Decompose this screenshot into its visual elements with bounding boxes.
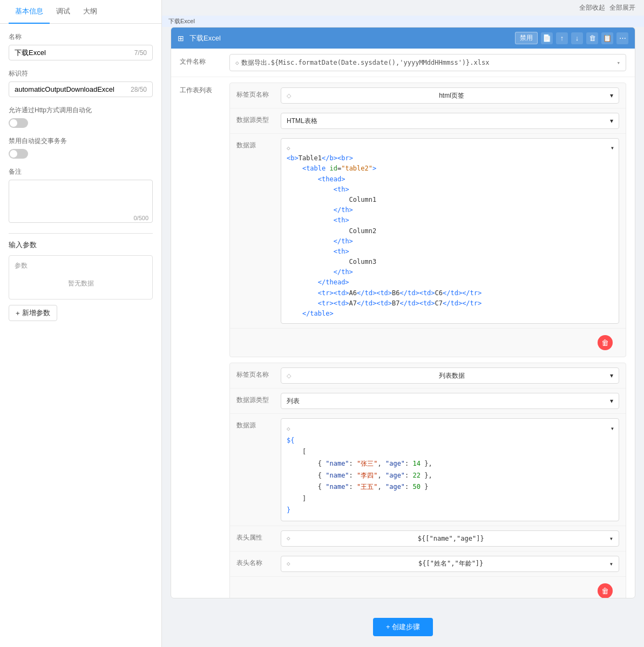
sheet1-src-expr-icon: ◇ (287, 145, 290, 152)
sheet1-datatype-text: HTML表格 (287, 117, 317, 126)
sheet2-headerattr-row: 表头属性 ◇ ${["name","age"]} ▾ (230, 526, 626, 551)
sheet1-datatype-row: 数据源类型 HTML表格 ▾ (230, 108, 626, 134)
more-icon-btn[interactable]: ⋯ (616, 32, 628, 44)
sheet1-tab-expr-icon: ◇ (287, 92, 291, 99)
sheet2-headername-label: 表头名称 (236, 556, 274, 568)
filename-label: 文件名称 (180, 54, 223, 66)
name-input[interactable] (15, 49, 134, 57)
id-input-wrapper: 28/50 (9, 81, 153, 97)
sheet2-attr-chevron: ▾ (609, 535, 613, 542)
expand-all-btn[interactable]: 全部展开 (609, 3, 635, 12)
sheet1-tabname-chevron: ▾ (610, 92, 613, 99)
right-panel: 全部收起 全部展开 下载Excel ⊞ 下载Excel 禁用 📄 ↑ ↓ 🗑 📋… (162, 0, 644, 647)
step-title: 下载Excel (189, 33, 511, 43)
name-group: 名称 7/50 (9, 32, 153, 60)
auto-submit-group: 禁用自动提交事务务 (9, 137, 153, 159)
left-content: 名称 7/50 标识符 28/50 允许通过Http方式调用自动化 禁用自动提交… (0, 24, 161, 647)
breadcrumb: 下载Excel (162, 16, 644, 27)
sheet2-headerattr-label: 表头属性 (236, 530, 274, 542)
params-area: 参数 暂无数据 (9, 255, 153, 299)
name-label: 名称 (9, 32, 153, 42)
sheet2-name-expr-icon: ◇ (287, 560, 290, 567)
sheet1-delete-button[interactable]: 🗑 (598, 335, 613, 350)
id-group: 标识符 28/50 (9, 69, 153, 97)
left-panel: 基本信息 调试 大纲 名称 7/50 标识符 28/50 允许通过Http方式调… (0, 0, 162, 647)
params-inner-label: 参数 (15, 261, 147, 270)
sheet2-tabname-text: 列表数据 (439, 371, 465, 380)
left-tabs: 基本信息 调试 大纲 (0, 0, 161, 24)
collapse-all-btn[interactable]: 全部收起 (579, 3, 605, 12)
copy-icon-btn[interactable]: 🗑 (586, 32, 598, 44)
file-icon-btn[interactable]: 📄 (541, 32, 553, 44)
http-group: 允许通过Http方式调用自动化 (9, 106, 153, 128)
note-group: 备注 0/500 (9, 167, 153, 224)
auto-submit-toggle[interactable] (9, 149, 28, 159)
id-label: 标识符 (9, 69, 153, 78)
disable-button[interactable]: 禁用 (515, 32, 538, 44)
upload-icon-btn[interactable]: ↑ (556, 32, 568, 44)
sheet-1-block: 标签页名称 ◇ html页签 ▾ 数据源类型 HTML表格 ▾ (229, 83, 626, 357)
sheet1-datasource-row: 数据源 ◇ ▾ <b>Table1</b><br> <table id="tab… (230, 134, 626, 329)
sheet2-tab-expr-icon: ◇ (287, 372, 291, 379)
sheet2-datatype-text: 列表 (287, 397, 300, 406)
sheet1-datatype-chevron: ▾ (610, 117, 613, 125)
name-count: 7/50 (134, 49, 147, 57)
right-header-actions: 全部收起 全部展开 (579, 3, 635, 12)
sheet2-tabname-value[interactable]: ◇ 列表数据 ▾ (281, 367, 619, 384)
filename-row: 文件名称 ◇ 数据导出.${Misc.formatDate(Date.sysda… (171, 49, 635, 77)
step-block: ⊞ 下载Excel 禁用 📄 ↑ ↓ 🗑 📋 ⋯ 文件名称 ◇ 数据导出.${M… (171, 27, 635, 598)
http-label: 允许通过Http方式调用自动化 (9, 106, 153, 115)
tab-basic[interactable]: 基本信息 (9, 0, 50, 24)
tab-debug[interactable]: 调试 (50, 0, 77, 24)
note-label: 备注 (9, 167, 153, 176)
sheet2-headerattr-value[interactable]: ◇ ${["name","age"]} ▾ (281, 530, 619, 547)
add-param-button[interactable]: + 新增参数 (9, 305, 57, 321)
sheet2-datatype-label: 数据源类型 (236, 393, 274, 405)
step-header: ⊞ 下载Excel 禁用 📄 ↑ ↓ 🗑 📋 ⋯ (171, 28, 635, 49)
sheet2-datasource-label: 数据源 (236, 418, 274, 430)
auto-submit-toggle-wrapper (9, 149, 153, 159)
add-param-label: 新增参数 (22, 308, 50, 318)
sheet2-datatype-value[interactable]: 列表 ▾ (281, 393, 619, 409)
expr-icon: ◇ (235, 59, 239, 66)
filename-value[interactable]: ◇ 数据导出.${Misc.formatDate(Date.sysdate(),… (229, 54, 626, 71)
sheet1-code-content: <b>Table1</b><br> <table id="table2"> <t… (287, 153, 613, 319)
sheet2-datasource-row: 数据源 ◇ ▾ ${ [ { "name": "张三", "age": 14 }… (230, 414, 626, 526)
sheet2-src-expr-icon: ◇ (287, 425, 290, 432)
create-step-button[interactable]: + 创建步骤 (373, 618, 433, 636)
note-count: 0/500 (133, 215, 148, 221)
auto-submit-label: 禁用自动提交事务务 (9, 137, 153, 146)
paste-icon-btn[interactable]: 📋 (601, 32, 613, 44)
add-param-icon: + (16, 309, 20, 317)
sheet2-headername-value[interactable]: ◇ ${["姓名","年龄"]} ▾ (281, 556, 619, 572)
worksheet-header-row: 工作表列表 标签页名称 ◇ html页签 ▾ 数据源类 (171, 77, 635, 598)
create-step-area: + 创建步骤 (162, 607, 644, 647)
sheet1-datatype-value[interactable]: HTML表格 ▾ (281, 113, 619, 129)
tab-outline[interactable]: 大纲 (77, 0, 104, 24)
step-header-actions: 禁用 📄 ↑ ↓ 🗑 📋 ⋯ (515, 32, 628, 44)
id-input[interactable] (15, 85, 131, 93)
worksheet-content-area: 标签页名称 ◇ html页签 ▾ 数据源类型 HTML表格 ▾ (229, 83, 626, 598)
sheet2-headername-row: 表头名称 ◇ ${["姓名","年龄"]} ▾ (230, 551, 626, 577)
sheet2-datatype-chevron: ▾ (610, 397, 613, 405)
sheet2-code-content: ${ [ { "name": "张三", "age": 14 }, { "nam… (287, 435, 613, 516)
http-toggle[interactable] (9, 118, 28, 128)
sheet2-headerattr-text: ${["name","age"]} (418, 535, 484, 542)
sheet2-tabname-chevron: ▾ (610, 372, 613, 379)
id-count: 28/50 (131, 86, 147, 93)
sheet1-tabname-value[interactable]: ◇ html页签 ▾ (281, 87, 619, 104)
sheet2-delete-button[interactable]: 🗑 (598, 583, 613, 598)
sheet2-delete-row: 🗑 (230, 577, 626, 598)
download-icon-btn[interactable]: ↓ (571, 32, 583, 44)
sheet1-datasource-code[interactable]: ◇ ▾ <b>Table1</b><br> <table id="table2"… (281, 138, 619, 324)
note-textarea[interactable] (9, 180, 153, 223)
right-header: 全部收起 全部展开 (162, 0, 644, 16)
sheet2-tabname-label: 标签页名称 (236, 367, 274, 379)
sheet2-src-chevron: ▾ (611, 423, 614, 435)
sheet2-datasource-code[interactable]: ◇ ▾ ${ [ { "name": "张三", "age": 14 }, { … (281, 418, 619, 521)
sheet2-datatype-row: 数据源类型 列表 ▾ (230, 389, 626, 414)
filename-code: 数据导出.${Misc.formatDate(Date.sysdate(),'y… (241, 58, 617, 67)
name-input-wrapper: 7/50 (9, 45, 153, 60)
sheet2-tabname-row: 标签页名称 ◇ 列表数据 ▾ (230, 363, 626, 389)
sheet1-tabname-label: 标签页名称 (236, 87, 274, 99)
